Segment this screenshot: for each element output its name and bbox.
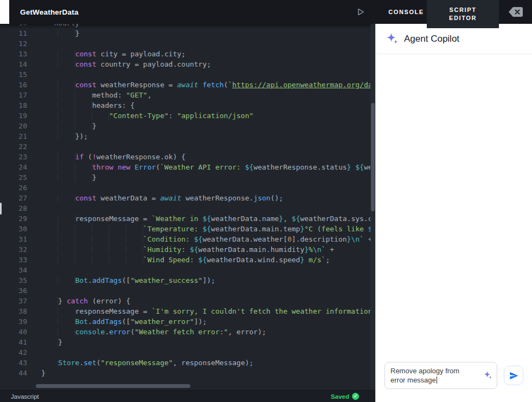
language-label: Javascript xyxy=(11,393,39,400)
copilot-prompt-input[interactable]: Remove apology from error message xyxy=(384,362,497,389)
code-line[interactable]: 43 Store.set("responseMessage", response… xyxy=(0,358,370,368)
line-number: 33 xyxy=(0,255,27,265)
send-icon xyxy=(509,371,519,381)
code-text: } xyxy=(27,28,79,38)
send-button[interactable] xyxy=(504,366,523,385)
code-text: Bot.addTags(["weather_error"]); xyxy=(27,316,207,327)
line-number: 35 xyxy=(0,275,27,286)
code-line[interactable]: 14 const country = payload.country; xyxy=(0,59,370,69)
code-text: } xyxy=(27,368,46,378)
line-number: 29 xyxy=(0,213,27,224)
run-button[interactable] xyxy=(354,5,367,18)
code-text xyxy=(27,265,41,275)
code-line[interactable]: 13 const city = payload.city; xyxy=(0,49,370,59)
line-number: 18 xyxy=(0,100,27,111)
line-number: 30 xyxy=(0,224,27,234)
left-scroll-indicator[interactable] xyxy=(0,203,2,215)
code-text: }); xyxy=(27,131,88,141)
code-line[interactable]: 18 headers: { xyxy=(0,100,370,111)
code-line[interactable]: 33 `Wind Speed: ${weatherData.wind.speed… xyxy=(0,255,370,265)
code-text: } catch (error) { xyxy=(27,296,130,306)
tab-console-label: CONSOLE xyxy=(388,9,424,15)
code-line[interactable]: 42 xyxy=(0,347,370,358)
copilot-input-row: Remove apology from error message xyxy=(384,362,523,389)
code-text: Bot.addTags(["weather_success"]); xyxy=(27,275,215,286)
code-editor[interactable]: 10 hourly11 }1213 const city = payload.c… xyxy=(0,24,375,390)
code-line[interactable]: 15 xyxy=(0,69,370,80)
clear-button[interactable] xyxy=(508,5,524,18)
backspace-clear-icon xyxy=(508,5,524,18)
code-line[interactable]: 23 if (!weatherResponse.ok) { xyxy=(0,152,370,162)
code-text: `Humidity: ${weatherData.main.humidity}%… xyxy=(27,244,334,255)
line-number: 17 xyxy=(0,90,27,100)
tab-script-editor-label: SCRIPT EDITOR xyxy=(443,6,483,22)
code-text: method: "GET", xyxy=(27,90,152,100)
code-line[interactable]: 11 } xyxy=(0,28,370,38)
line-number: 32 xyxy=(0,244,27,255)
code-line[interactable]: 22 xyxy=(0,141,370,152)
code-line[interactable]: 34 xyxy=(0,265,370,275)
code-text: Store.set("responseMessage", responseMes… xyxy=(27,358,253,368)
line-number: 31 xyxy=(0,234,27,244)
script-title: GetWeatherData xyxy=(20,8,79,16)
line-number: 36 xyxy=(0,286,27,296)
code-line[interactable]: 24 throw new Error(`Weather API error: $… xyxy=(0,162,370,172)
code-line[interactable]: 29 responseMessage = `Weather in ${weath… xyxy=(0,213,370,224)
code-text: const city = payload.city; xyxy=(27,49,185,59)
code-line[interactable]: 28 xyxy=(0,203,370,213)
code-line[interactable]: 21 }); xyxy=(0,131,370,141)
line-number: 44 xyxy=(0,368,27,378)
code-text xyxy=(27,286,41,296)
prompt-sparkle-icon[interactable] xyxy=(483,371,492,380)
code-line[interactable]: 38 responseMessage = `I'm sorry, I could… xyxy=(0,306,370,316)
code-text: console.error("Weather fetch error:", er… xyxy=(27,327,266,337)
vertical-scrollbar-thumb[interactable] xyxy=(371,103,375,211)
code-text: hourly xyxy=(27,24,79,28)
code-text: "Content-Type": "application/json" xyxy=(27,111,253,121)
line-number: 20 xyxy=(0,121,27,131)
code-line[interactable]: 37 } catch (error) { xyxy=(0,296,370,306)
code-line[interactable]: 26 xyxy=(0,183,370,193)
check-icon: ✓ xyxy=(352,393,359,400)
code-line[interactable]: 20 } xyxy=(0,121,370,131)
code-line[interactable]: 35 Bot.addTags(["weather_success"]); xyxy=(0,275,370,286)
code-line[interactable]: 17 method: "GET", xyxy=(0,90,370,100)
code-line[interactable]: 31 `Condition: ${weatherData.weather[0].… xyxy=(0,234,370,244)
code-line[interactable]: 36 xyxy=(0,286,370,296)
code-line[interactable]: 12 xyxy=(0,38,370,49)
code-text: if (!weatherResponse.ok) { xyxy=(27,152,185,162)
app-window: GetWeatherData CONSOLE SCRIPT EDITOR 10 … xyxy=(0,0,532,402)
code-line[interactable]: 41 } xyxy=(0,337,370,347)
sparkle-icon xyxy=(386,33,399,46)
line-number: 12 xyxy=(0,38,27,49)
code-text: throw new Error(`Weather API error: ${we… xyxy=(27,162,375,172)
line-number: 28 xyxy=(0,203,27,213)
copilot-prompt-text: Remove apology from error message xyxy=(390,366,462,385)
line-number: 24 xyxy=(0,162,27,172)
code-line[interactable]: 25 } xyxy=(0,172,370,183)
code-text: const country = payload.country; xyxy=(27,59,211,69)
code-text: } xyxy=(27,172,97,183)
horizontal-scrollbar-thumb[interactable] xyxy=(36,384,190,388)
code-text xyxy=(27,183,41,193)
code-line[interactable]: 32 `Humidity: ${weatherData.main.humidit… xyxy=(0,244,370,255)
line-number: 27 xyxy=(0,193,27,203)
code-line[interactable]: 27 const weatherData = await weatherResp… xyxy=(0,193,370,203)
vertical-scrollbar-track[interactable] xyxy=(370,24,375,390)
code-text xyxy=(27,203,41,213)
code-line[interactable]: 19 "Content-Type": "application/json" xyxy=(0,111,370,121)
code-line[interactable]: 40 console.error("Weather fetch error:",… xyxy=(0,327,370,337)
line-number: 39 xyxy=(0,316,27,327)
code-line[interactable]: 30 `Temperature: ${weatherData.main.temp… xyxy=(0,224,370,234)
code-line[interactable]: 16 const weatherResponse = await fetch(`… xyxy=(0,80,370,90)
code-text xyxy=(27,141,41,152)
code-text: responseMessage = `I'm sorry, I couldn't… xyxy=(27,306,375,316)
code-text: const weatherResponse = await fetch(`htt… xyxy=(27,80,375,90)
line-number: 40 xyxy=(0,327,27,337)
code-line[interactable]: 44} xyxy=(0,368,370,378)
code-text: headers: { xyxy=(27,100,134,111)
tab-script-editor[interactable]: SCRIPT EDITOR xyxy=(427,0,499,28)
code-line[interactable]: 10 hourly xyxy=(0,24,370,28)
code-text: } xyxy=(27,337,62,347)
code-line[interactable]: 39 Bot.addTags(["weather_error"]); xyxy=(0,316,370,327)
